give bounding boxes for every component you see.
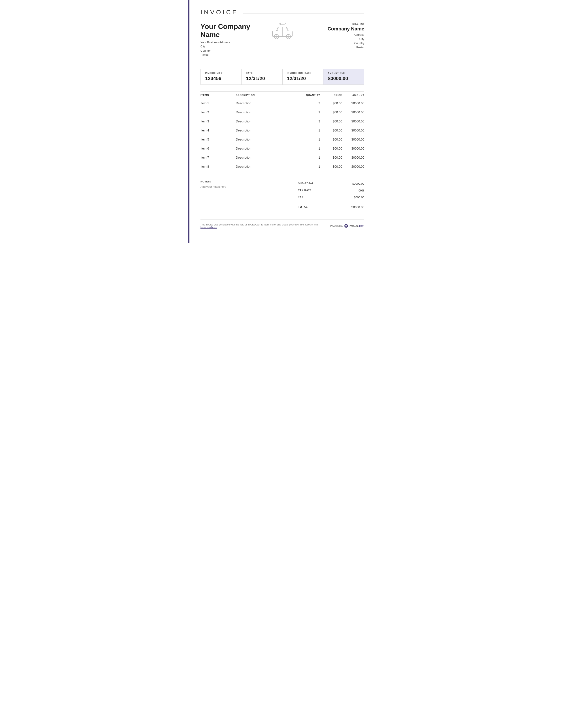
accent-bar <box>188 0 189 243</box>
item-quantity: 3 <box>298 120 320 123</box>
footer-text-start: This invoice was generated with the help… <box>200 223 318 226</box>
item-name: Item 1 <box>200 101 236 105</box>
item-name: Item 6 <box>200 147 236 150</box>
date-label: DATE <box>246 72 278 74</box>
footer-text: This invoice was generated with the help… <box>200 223 330 229</box>
item-quantity: 3 <box>298 101 320 105</box>
company-left: Your Company Name Your Business Address … <box>200 23 269 57</box>
total-divider <box>298 202 364 202</box>
col-header-amount: AMOUNT <box>342 94 364 96</box>
item-amount: $0000.00 <box>342 156 364 159</box>
item-description: Description <box>236 101 298 105</box>
item-amount: $0000.00 <box>342 147 364 150</box>
bill-to-country: Country <box>296 41 364 45</box>
page-footer: This invoice was generated with the help… <box>200 220 364 229</box>
items-rows: Item 1 Description 3 $00.00 $0000.00 Ite… <box>200 99 364 171</box>
item-description: Description <box>236 138 298 141</box>
table-header: ITEMS DESCRIPTION QUANTITY PRICE AMOUNT <box>200 92 364 99</box>
invoice-no-label: INVOICE NO # <box>205 72 237 74</box>
item-quantity: 1 <box>298 165 320 168</box>
company-name: Your Company Name <box>200 23 269 39</box>
item-name: Item 7 <box>200 156 236 159</box>
item-quantity: 1 <box>298 156 320 159</box>
item-price: $00.00 <box>320 156 342 159</box>
col-header-description: DESCRIPTION <box>236 94 298 96</box>
table-row: Item 4 Description 1 $00.00 $0000.00 <box>200 126 364 135</box>
powered-by-text: Powered by <box>330 225 343 227</box>
total-label: TOTAL <box>298 205 308 209</box>
owl-icon <box>344 224 348 228</box>
items-section: ITEMS DESCRIPTION QUANTITY PRICE AMOUNT … <box>200 91 364 171</box>
due-date-value: 12/31/20 <box>287 76 319 81</box>
item-description: Description <box>236 156 298 159</box>
item-price: $00.00 <box>320 147 342 150</box>
bill-to-company: Company Name <box>296 26 364 32</box>
tax-value: $000.00 <box>354 196 364 199</box>
meta-date: DATE 12/31/20 <box>241 69 283 84</box>
notes-col: NOTES: Add your notes here <box>200 180 298 211</box>
item-description: Description <box>236 147 298 150</box>
amount-due-value: $0000.00 <box>328 76 360 81</box>
item-price: $00.00 <box>320 165 342 168</box>
item-name: Item 2 <box>200 111 236 114</box>
footer-link[interactable]: invoiceowl.com <box>200 226 217 229</box>
logo-owl: Owl <box>359 224 364 228</box>
brand-logo: InvoiceOwl <box>344 224 364 228</box>
invoice-page: INVOICE Your Company Name Your Business … <box>188 0 375 243</box>
date-value: 12/31/20 <box>246 76 278 81</box>
item-description: Description <box>236 111 298 114</box>
total-final-row: TOTAL $0000.00 <box>298 204 364 211</box>
car-svg <box>270 23 295 40</box>
item-price: $00.00 <box>320 111 342 114</box>
item-amount: $0000.00 <box>342 120 364 123</box>
table-row: Item 6 Description 1 $00.00 $0000.00 <box>200 144 364 153</box>
item-name: Item 3 <box>200 120 236 123</box>
bill-to-city: City <box>296 37 364 41</box>
company-country: Country <box>200 49 269 52</box>
tax-row: TAX $000.00 <box>298 194 364 201</box>
company-postal: Postal <box>200 53 269 56</box>
powered-by: Powered by InvoiceOwl <box>330 224 364 228</box>
col-header-items: ITEMS <box>200 94 236 96</box>
item-name: Item 5 <box>200 138 236 141</box>
item-quantity: 1 <box>298 129 320 132</box>
bill-to-postal: Postal <box>296 46 364 49</box>
table-row: Item 7 Description 1 $00.00 $0000.00 <box>200 153 364 162</box>
col-header-quantity: QUANTITY <box>298 94 320 96</box>
notes-label: NOTES: <box>200 180 289 183</box>
tax-rate-row: TAX RATE 00% <box>298 187 364 194</box>
due-date-label: INVOICE DUE DATE <box>287 72 319 74</box>
item-name: Item 4 <box>200 129 236 132</box>
table-row: Item 2 Description 2 $00.00 $0000.00 <box>200 108 364 117</box>
table-row: Item 3 Description 3 $00.00 $0000.00 <box>200 117 364 126</box>
item-description: Description <box>236 129 298 132</box>
item-name: Item 8 <box>200 165 236 168</box>
item-amount: $0000.00 <box>342 129 364 132</box>
bill-to-address: Address <box>296 33 364 36</box>
table-row: Item 8 Description 1 $00.00 $0000.00 <box>200 162 364 171</box>
footer-section: NOTES: Add your notes here SUB-TOTAL $00… <box>200 178 364 211</box>
col-header-price: PRICE <box>320 94 342 96</box>
item-amount: $0000.00 <box>342 165 364 168</box>
bill-to-section: BILL TO: Company Name Address City Count… <box>296 23 364 50</box>
item-description: Description <box>236 120 298 123</box>
item-price: $00.00 <box>320 138 342 141</box>
subtotal-label: SUB-TOTAL <box>298 182 314 185</box>
item-price: $00.00 <box>320 129 342 132</box>
item-price: $00.00 <box>320 101 342 105</box>
header-section: INVOICE <box>200 9 364 16</box>
company-address: Your Business Address <box>200 41 269 44</box>
meta-amount-due: AMOUNT DUE $0000.00 <box>324 69 364 84</box>
table-row: Item 5 Description 1 $00.00 $0000.00 <box>200 135 364 144</box>
company-section: Your Company Name Your Business Address … <box>200 23 364 62</box>
tax-rate-value: 00% <box>359 189 364 192</box>
subtotal-value: $0000.00 <box>352 182 364 185</box>
bill-to-label: BILL TO: <box>296 23 364 25</box>
logo-invoice: Invoice <box>349 224 359 228</box>
item-amount: $0000.00 <box>342 101 364 105</box>
tax-label: TAX <box>298 196 304 199</box>
car-icon <box>269 23 296 40</box>
invoice-title: INVOICE <box>200 9 238 16</box>
item-description: Description <box>236 165 298 168</box>
item-price: $00.00 <box>320 120 342 123</box>
